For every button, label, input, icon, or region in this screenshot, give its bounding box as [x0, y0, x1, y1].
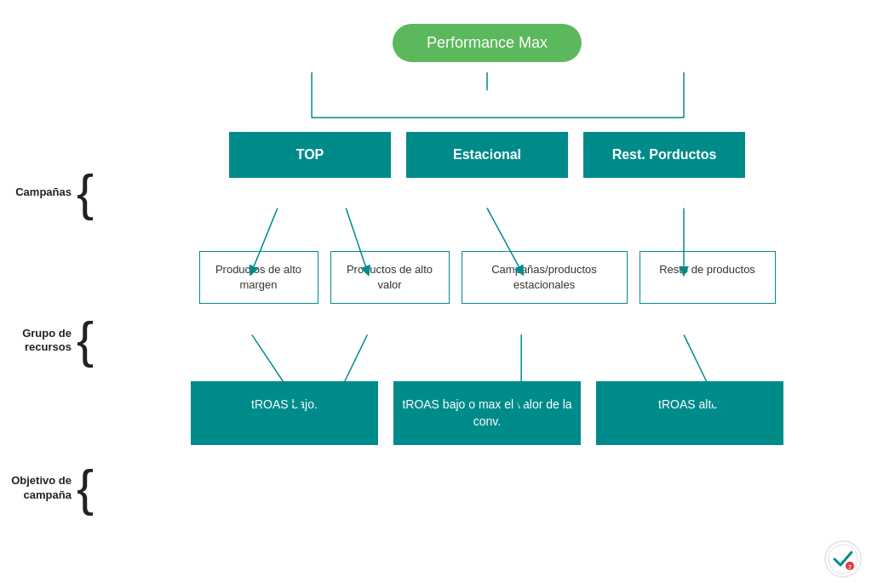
campaigns-label: Campañas	[15, 186, 72, 200]
watermark-logo: 7	[824, 540, 862, 578]
resource-alto-margen: Productos de alto margen	[199, 251, 318, 304]
campaigns-brace: {	[77, 168, 94, 219]
resource-group-brace: {	[77, 315, 94, 366]
svg-point-15	[829, 545, 858, 574]
resource-group-label-section: Grupo derecursos {	[9, 315, 102, 366]
objective-troas-bajo-max: tROAS bajo o max el valor de la conv.	[393, 381, 581, 445]
resource-group-label: Grupo derecursos	[22, 327, 72, 356]
campaigns-label-section: Campañas {	[9, 168, 102, 219]
objective-label: Objetivo decampaña	[11, 474, 72, 503]
campaign-rest: Rest. Porductos	[583, 132, 745, 178]
resource-estacionales: Campañas/productos estacionales	[462, 251, 628, 304]
svg-text:7: 7	[848, 564, 852, 570]
campaign-top: TOP	[229, 132, 391, 178]
objective-row: tROAS bajo. tROAS bajo o max el valor de…	[102, 381, 872, 445]
objective-brace: {	[77, 463, 94, 514]
campaign-estacional: Estacional	[406, 132, 568, 178]
performance-max-node: Performance Max	[393, 24, 582, 62]
objective-troas-bajo: tROAS bajo.	[191, 381, 378, 445]
campaign-row: TOP Estacional Rest. Porductos	[102, 132, 872, 178]
resource-row: Productos de alto margen Productos de al…	[102, 251, 872, 304]
objective-troas-alto: tROAS alto.	[596, 381, 783, 445]
logo-icon: 7	[828, 544, 858, 574]
resource-resto: Resto de productos	[640, 251, 776, 304]
resource-alto-valor: Productos de alto valor	[330, 251, 450, 304]
left-labels: Campañas { Grupo derecursos { Objetivo d…	[0, 0, 102, 588]
diagram-area: Performance Max TOP Estacional Rest. Por…	[102, 0, 872, 588]
objective-label-section: Objetivo decampaña {	[9, 463, 102, 514]
main-container: Campañas { Grupo derecursos { Objetivo d…	[0, 0, 872, 588]
